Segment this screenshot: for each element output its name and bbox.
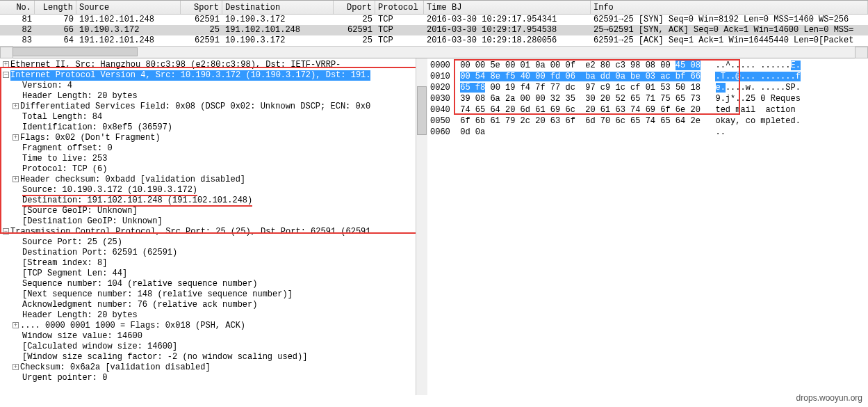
- expand-icon[interactable]: +: [13, 134, 19, 141]
- tcp-cwin[interactable]: [Calculated window size: 14600]: [3, 342, 427, 352]
- ip-src[interactable]: Source: 10.190.3.172 (10.190.3.172): [22, 185, 197, 196]
- tcp-stream[interactable]: [Stream index: 8]: [3, 258, 427, 269]
- ip-header[interactable]: Internet Protocol Version 4, Src: 10.190…: [10, 70, 370, 81]
- packet-row[interactable]: 8364191.102.101.2486259110.190.3.17225TC…: [0, 35, 868, 46]
- col-no[interactable]: No.: [0, 1, 35, 14]
- expand-icon[interactable]: +: [13, 176, 19, 182]
- expand-icon[interactable]: +: [13, 103, 19, 109]
- tcp-win[interactable]: Window size value: 14600: [3, 331, 427, 342]
- packet-list-header: No. Length Source Sport Destination Dpor…: [0, 1, 868, 15]
- eth-header[interactable]: Ethernet II, Src: Hangzhou_80:c3:98 (e2:…: [10, 60, 341, 70]
- expand-icon[interactable]: +: [13, 364, 19, 370]
- hex-row[interactable]: 0030 39 08 6a 2a 00 00 32 35 30 20 52 65…: [430, 93, 865, 104]
- ip-geoip-dst[interactable]: [Destination GeoIP: Unknown]: [3, 216, 427, 227]
- hex-row[interactable]: 0010 00 54 8e f5 40 00 fd 06 ba dd 0a be…: [430, 71, 865, 82]
- col-length[interactable]: Length: [35, 1, 76, 14]
- ip-dst[interactable]: Destination: 191.102.101.248 (191.102.10…: [22, 195, 252, 207]
- hex-row[interactable]: 0060 0d 0a ..: [430, 127, 865, 138]
- ip-chk[interactable]: Header checksum: 0xbadd [validation disa…: [20, 175, 245, 184]
- col-proto[interactable]: Protocol: [375, 1, 424, 14]
- tcp-dport[interactable]: Destination Port: 62591 (62591): [3, 248, 427, 258]
- h-scrollbar[interactable]: [0, 46, 868, 58]
- tcp-urg[interactable]: Urgent pointer: 0: [3, 373, 427, 383]
- ip-dscp[interactable]: Differentiated Services Field: 0x08 (DSC…: [20, 102, 370, 111]
- col-sport[interactable]: Sport: [181, 1, 222, 14]
- packet-row[interactable]: 826610.190.3.17225191.102.101.24862591TC…: [0, 25, 868, 35]
- hex-row[interactable]: 0050 6f 6b 61 79 2c 20 63 6f 6d 70 6c 65…: [430, 115, 865, 127]
- ip-hlen[interactable]: Header Length: 20 bytes: [3, 91, 427, 102]
- collapse-icon[interactable]: −: [3, 72, 9, 78]
- hex-row[interactable]: 0040 74 65 64 20 6d 61 69 6c 20 61 63 74…: [430, 104, 865, 115]
- protocol-tree-pane[interactable]: +Ethernet II, Src: Hangzhou_80:c3:98 (e2…: [0, 58, 427, 407]
- ip-version[interactable]: Version: 4: [3, 81, 427, 91]
- tcp-header[interactable]: Transmission Control Protocol, Src Port:…: [10, 227, 370, 237]
- collapse-icon[interactable]: −: [3, 228, 9, 234]
- tcp-sport[interactable]: Source Port: 25 (25): [3, 237, 427, 248]
- hex-row[interactable]: 0020 65 f8 00 19 f4 7f 77 dc 97 c9 1c cf…: [430, 82, 865, 93]
- packet-list-pane: No. Length Source Sport Destination Dpor…: [0, 1, 868, 58]
- packet-list-body[interactable]: 8170191.102.101.2486259110.190.3.17225TC…: [0, 15, 868, 46]
- ip-geoip-src[interactable]: [Source GeoIP: Unknown]: [3, 206, 427, 216]
- expand-icon[interactable]: +: [3, 61, 9, 67]
- col-dest[interactable]: Destination: [222, 1, 334, 14]
- tcp-ack[interactable]: Acknowledgment number: 76 (relative ack …: [3, 300, 427, 310]
- v-scrollbar[interactable]: [416, 58, 427, 395]
- watermark: drops.wooyun.org: [796, 393, 862, 403]
- col-dport[interactable]: Dport: [334, 1, 375, 14]
- tcp-wscale[interactable]: [Window size scaling factor: -2 (no wind…: [3, 352, 427, 362]
- hex-row[interactable]: 0000 00 00 5e 00 01 0a 00 0f e2 80 c3 98…: [430, 60, 865, 71]
- expand-icon[interactable]: +: [13, 322, 19, 328]
- ip-flags[interactable]: Flags: 0x02 (Don't Fragment): [20, 133, 161, 143]
- tcp-seq[interactable]: Sequence number: 104 (relative sequence …: [3, 279, 427, 289]
- hex-dump-pane[interactable]: 0000 00 00 5e 00 01 0a 00 0f e2 80 c3 98…: [427, 58, 868, 407]
- ip-tlen[interactable]: Total Length: 84: [3, 112, 427, 122]
- col-source[interactable]: Source: [76, 1, 181, 14]
- tcp-flags[interactable]: .... 0000 0001 1000 = Flags: 0x018 (PSH,…: [20, 321, 245, 330]
- col-info[interactable]: Info: [591, 1, 868, 14]
- ip-id[interactable]: Identification: 0x8ef5 (36597): [3, 122, 427, 133]
- ip-ttl[interactable]: Time to live: 253: [3, 154, 427, 164]
- tcp-seglen[interactable]: [TCP Segment Len: 44]: [3, 269, 427, 279]
- col-time[interactable]: Time BJ: [424, 1, 591, 14]
- tcp-hlen[interactable]: Header Length: 20 bytes: [3, 310, 427, 321]
- tcp-nseq[interactable]: [Next sequence number: 148 (relative seq…: [3, 289, 427, 300]
- packet-row[interactable]: 8170191.102.101.2486259110.190.3.17225TC…: [0, 15, 868, 25]
- tcp-chk[interactable]: Checksum: 0x6a2a [validation disabled]: [20, 362, 211, 372]
- ip-proto[interactable]: Protocol: TCP (6): [3, 164, 427, 175]
- ip-frag[interactable]: Fragment offset: 0: [3, 143, 427, 154]
